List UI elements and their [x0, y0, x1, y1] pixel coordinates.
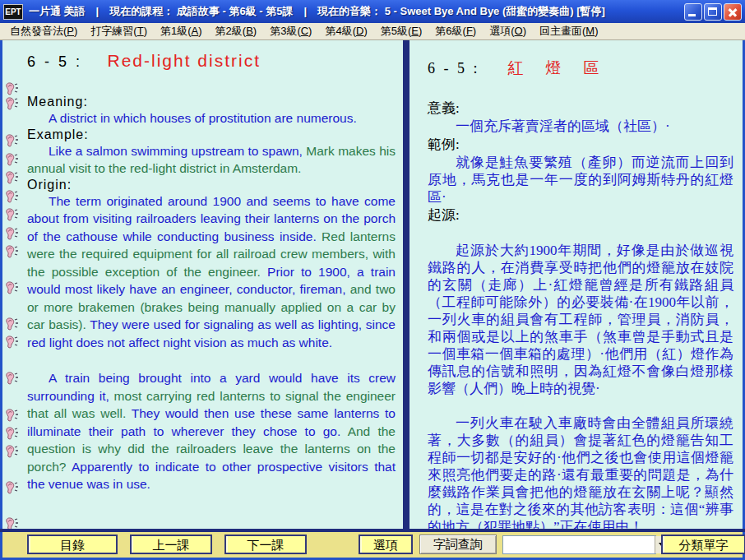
origin-paragraph-1-chinese: 起源於大約1900年期間，好像是由於做巡視鐵路的人，在消費享受時把他們的燈籠放在… — [428, 242, 733, 397]
panel-divider — [403, 40, 410, 529]
meaning-header: Meaning: — [27, 95, 396, 109]
audio-segment-text[interactable]: A district in which houses of prostituti… — [49, 111, 357, 125]
listen-ear-icon[interactable] — [3, 371, 20, 386]
word-search-combobox — [502, 535, 656, 554]
listen-ear-icon[interactable] — [3, 408, 20, 423]
menu-item-e[interactable]: 第5級(E) — [374, 22, 429, 40]
previous-lesson-button[interactable]: 上一課 — [130, 535, 212, 554]
menu-item-a[interactable]: 第1級(A) — [154, 22, 209, 40]
window-controls — [684, 3, 742, 21]
listen-ear-icon[interactable] — [3, 280, 20, 295]
listen-ear-icon[interactable] — [3, 133, 20, 148]
example-header: Example: — [27, 127, 396, 142]
example-header-chinese: 範例: — [428, 135, 733, 154]
word-lookup-button[interactable]: 字詞查詢 — [419, 535, 497, 554]
example-text-chinese: 就像是鮭魚要繁殖（產卵）而逆流而上回到原地，馬克也是一年一度的到阿姆斯特丹的紅燈… — [428, 154, 733, 206]
menu-item-t[interactable]: 打字練習(T) — [84, 22, 154, 40]
listen-ear-icon[interactable] — [3, 207, 20, 222]
meaning-header-chinese: 意義: — [428, 99, 733, 118]
meaning-text-chinese: 一個充斥著賣淫者的區域（社區）· — [428, 118, 733, 135]
listen-ear-icon[interactable] — [3, 480, 20, 495]
listen-ear-icon[interactable] — [3, 226, 20, 241]
menu-bar: 自然發音法(P)打字練習(T)第1級(A)第2級(B)第3級(C)第4級(D)第… — [0, 23, 745, 40]
menu-item-b[interactable]: 第2級(B) — [209, 22, 264, 40]
listen-ear-icon[interactable] — [3, 244, 20, 259]
app-window: EPT 一片通 美語 | 現在的課程： 成語故事 - 第6級 - 第5課 | 現… — [0, 0, 745, 560]
listen-ear-icon[interactable] — [3, 96, 20, 111]
chinese-text: 6 - 5 : 紅 燈 區 意義: 一個充斥著賣淫者的區域（社區）· 範例: 就… — [428, 40, 733, 529]
minimize-icon[interactable] — [684, 3, 702, 21]
catalog-button[interactable]: 目錄 — [27, 535, 118, 554]
listen-ear-icon[interactable] — [3, 189, 20, 204]
audio-segment-text[interactable]: Apparently to indicate to other prospect… — [27, 460, 396, 492]
listen-ear-icon[interactable] — [3, 444, 20, 459]
listen-ear-icon[interactable] — [3, 152, 20, 167]
word-search-input[interactable] — [503, 536, 655, 553]
chinese-panel: 6 - 5 : 紅 燈 區 意義: 一個充斥著賣淫者的區域（社區）· 範例: 就… — [410, 40, 745, 529]
lesson-title-english: Red-light district — [107, 51, 261, 70]
listen-ear-icon[interactable] — [3, 81, 20, 96]
lesson-content: 6 - 5 : Red-light district Meaning: A di… — [0, 40, 745, 529]
bottom-toolbar: 目錄 上一課 下一課 選項 字詞查詢 分類單字 — [0, 532, 745, 558]
menu-item-o[interactable]: 選項(O) — [483, 22, 533, 40]
lesson-number-chinese: 6 - 5 : — [428, 60, 480, 76]
close-icon[interactable] — [724, 3, 742, 21]
origin-paragraph-2-chinese: 一列火車在駛入車廠時會由全體組員所環繞著，大多數（的組員）會提著紅色的燈籠告知工… — [428, 414, 733, 529]
menu-item-c[interactable]: 第3級(C) — [263, 22, 318, 40]
origin-paragraph-1: The term originated around 1900 and seem… — [27, 192, 396, 352]
listen-ear-icon[interactable] — [3, 426, 20, 441]
example-text: Like a salmon swimming upstream to spawn… — [27, 142, 396, 178]
english-text: 6 - 5 : Red-light district Meaning: A di… — [27, 40, 396, 493]
english-panel: 6 - 5 : Red-light district Meaning: A di… — [2, 40, 403, 529]
maximize-icon[interactable] — [704, 3, 722, 21]
listen-ear-icon[interactable] — [3, 170, 20, 185]
classified-words-button[interactable]: 分類單字 — [661, 535, 745, 554]
audio-segment-text[interactable]: Like a salmon swimming upstream to spawn… — [49, 144, 306, 158]
menu-item-d[interactable]: 第4級(D) — [318, 22, 373, 40]
listen-ear-icon[interactable] — [3, 335, 20, 349]
lesson-title-chinese: 紅 燈 區 — [508, 59, 603, 76]
lesson-number: 6 - 5 : — [27, 53, 82, 70]
window-title: 一片通 美語 | 現在的課程： 成語故事 - 第6級 - 第5課 | 現在的音樂… — [29, 4, 681, 19]
menu-item-f[interactable]: 第6級(F) — [428, 22, 483, 40]
listen-ear-icon[interactable] — [3, 516, 20, 529]
origin-header-chinese: 起源: — [428, 206, 733, 224]
options-button[interactable]: 選項 — [359, 535, 413, 554]
menu-item-p[interactable]: 自然發音法(P) — [3, 22, 84, 40]
audio-gutter — [2, 40, 24, 529]
meaning-text: A district in which houses of prostituti… — [27, 109, 396, 127]
next-lesson-button[interactable]: 下一課 — [224, 535, 307, 554]
app-logo-icon: EPT — [3, 4, 23, 20]
listen-ear-icon[interactable] — [3, 317, 20, 331]
origin-header: Origin: — [27, 178, 396, 192]
menu-item-m[interactable]: 回主畫面(M) — [533, 22, 605, 40]
origin-paragraph-2: A train being brought into a yard would … — [27, 369, 396, 493]
title-bar: EPT 一片通 美語 | 現在的課程： 成語故事 - 第6級 - 第5課 | 現… — [0, 0, 745, 23]
